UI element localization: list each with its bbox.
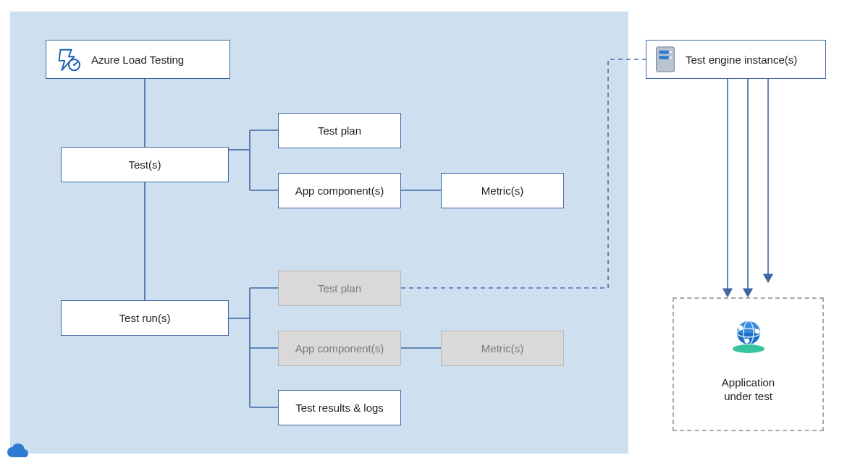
diagram-stage: Azure Load Testing Test(s) Test plan App…	[0, 0, 868, 471]
app-components-snapshot-label: App component(s)	[295, 342, 384, 355]
tests-label: Test(s)	[129, 158, 161, 171]
server-icon	[654, 46, 677, 73]
svg-point-30	[745, 339, 749, 343]
application-under-test-label: Application under test	[673, 376, 824, 404]
svg-point-24	[733, 344, 764, 353]
test-engine-instances-box: Test engine instance(s)	[646, 40, 826, 79]
azure-load-testing-label: Azure Load Testing	[91, 54, 184, 66]
metrics-box: Metric(s)	[441, 173, 564, 208]
svg-point-29	[755, 329, 759, 334]
test-results-logs-box: Test results & logs	[278, 390, 401, 425]
metrics-snapshot-box: Metric(s)	[441, 331, 564, 366]
metrics-label: Metric(s)	[481, 184, 523, 197]
load-testing-icon	[54, 46, 81, 73]
test-runs-box: Test run(s)	[61, 300, 229, 336]
svg-point-18	[73, 64, 75, 66]
svg-point-22	[670, 51, 671, 53]
web-app-icon	[730, 317, 767, 355]
application-under-test-line1: Application	[673, 376, 824, 390]
svg-rect-21	[659, 56, 668, 59]
test-engine-instances-label: Test engine instance(s)	[686, 54, 797, 66]
test-results-logs-label: Test results & logs	[295, 402, 384, 414]
cloud-icon	[4, 443, 30, 460]
svg-rect-20	[659, 51, 668, 54]
test-plan-box: Test plan	[278, 113, 401, 148]
test-plan-label: Test plan	[318, 124, 361, 137]
app-components-box: App component(s)	[278, 173, 401, 208]
azure-load-testing-box: Azure Load Testing	[46, 40, 230, 79]
svg-point-23	[670, 56, 671, 58]
app-components-label: App component(s)	[295, 184, 384, 197]
app-components-snapshot-box: App component(s)	[278, 331, 401, 366]
test-plan-snapshot-label: Test plan	[318, 282, 361, 294]
test-runs-label: Test run(s)	[119, 312, 171, 324]
tests-box: Test(s)	[61, 147, 229, 182]
test-plan-snapshot-box: Test plan	[278, 271, 401, 306]
svg-point-28	[738, 326, 743, 330]
metrics-snapshot-label: Metric(s)	[481, 342, 523, 355]
application-under-test-line2: under test	[673, 390, 824, 404]
